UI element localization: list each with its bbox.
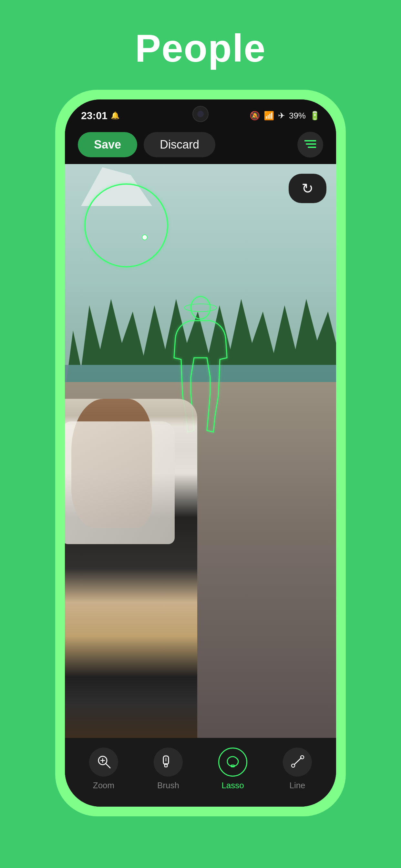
lasso-label: Lasso [221,780,244,790]
save-button[interactable]: Save [78,132,137,157]
menu-button[interactable] [297,132,323,158]
status-time: 23:01 🔔 [81,110,120,122]
photo-canvas[interactable]: ↻ [65,164,336,738]
brush-label: Brush [157,780,179,790]
line-icon-wrapper[interactable] [283,748,312,777]
lasso-icon-wrapper[interactable] [218,748,247,777]
svg-point-3 [184,304,217,312]
action-bar: Save Discard [65,125,336,164]
wifi-icon: 📶 [264,111,274,121]
airplane-icon: ✈ [278,111,285,121]
menu-icon [305,138,316,151]
line-label: Line [289,780,305,790]
camera-cutout [192,106,209,122]
lasso-selection-circle [84,183,168,268]
svg-point-14 [301,755,304,759]
status-right: 🔕 📶 ✈ 39% 🔋 [250,111,320,121]
tool-zoom[interactable]: Zoom [89,748,118,790]
phone-outer: 23:01 🔔 🔕 📶 ✈ 39% 🔋 Save Discard [55,90,346,816]
notification-icon: 🔔 [111,112,120,120]
redo-button[interactable]: ↻ [289,174,327,203]
redo-icon: ↻ [302,180,313,197]
battery-text: 39% [289,111,306,121]
status-bar: 23:01 🔔 🔕 📶 ✈ 39% 🔋 [65,99,336,125]
brush-icon-wrapper[interactable] [154,748,183,777]
zoom-icon [96,754,111,770]
lasso-icon [225,754,240,770]
bottom-toolbar: Zoom Brush [65,738,336,807]
time-display: 23:01 [81,110,107,122]
phone-wrapper: 23:01 🔔 🔕 📶 ✈ 39% 🔋 Save Discard [55,90,346,826]
discard-button[interactable]: Discard [144,132,215,157]
page-title: People [135,26,266,70]
camera-dot [197,111,204,117]
phone-body: 23:01 🔔 🔕 📶 ✈ 39% 🔋 Save Discard [65,99,336,807]
mute-icon: 🔕 [250,111,260,121]
brush-icon [161,754,176,770]
tool-brush[interactable]: Brush [154,748,183,790]
woman-jacket [65,422,175,544]
line-icon [290,754,305,770]
svg-line-5 [106,764,110,768]
zoom-label: Zoom [93,780,114,790]
zoom-icon-wrapper[interactable] [89,748,118,777]
tool-lasso[interactable]: Lasso [218,748,247,790]
battery-icon: 🔋 [310,111,320,121]
svg-line-13 [295,758,301,764]
tool-line[interactable]: Line [283,748,312,790]
